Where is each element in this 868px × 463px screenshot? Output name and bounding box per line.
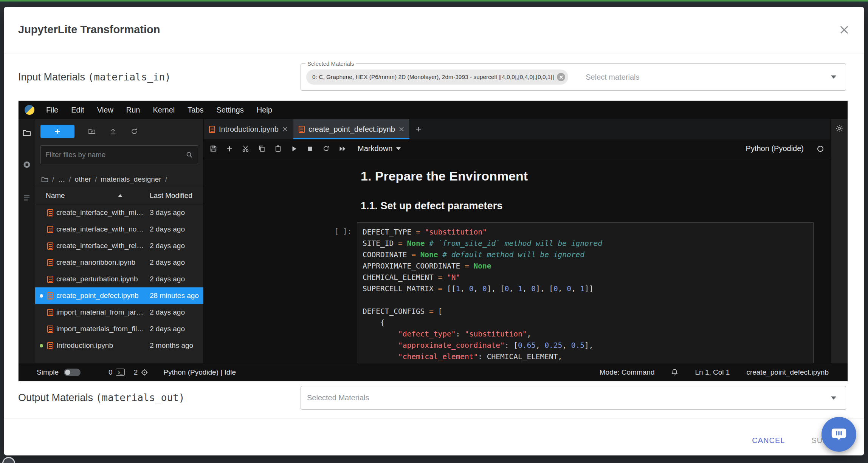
table-of-contents-tab-icon[interactable] [23,194,31,202]
running-indicator [38,294,44,298]
menu-tabs[interactable]: Tabs [181,101,210,119]
terminal-count[interactable]: 0 [108,368,113,377]
input-materials-label-text: Input Materials [18,71,88,83]
running-kernels-tab-icon[interactable] [23,161,31,169]
file-row[interactable]: create_nanoribbon.ipynb 2 days ago [35,254,203,271]
running-indicator [38,344,44,347]
simple-mode-label: Simple [37,368,59,377]
run-cell-button[interactable] [291,145,298,152]
file-row[interactable]: create_interface_with_no_str... 2 days a… [35,221,203,238]
copy-cell-button[interactable] [258,145,265,152]
notebook-tab-icon [299,126,305,133]
chat-bubble-icon [830,426,848,443]
output-materials-label-code: (materials_out) [96,392,185,403]
notebook-content[interactable]: 1. Prepare the Environment 1.1. Set up d… [204,158,830,363]
menu-kernel[interactable]: Kernel [146,101,181,119]
new-folder-button[interactable] [88,128,96,135]
tab-create-point-defect[interactable]: create_point_defect.ipynb [293,119,410,139]
bell-icon[interactable] [671,369,678,376]
close-button[interactable] [835,21,853,39]
run-all-button[interactable] [339,145,346,152]
breadcrumb-item[interactable]: materials_designer [101,175,161,184]
file-list: create_interface_with_min_st... 3 days a… [35,204,203,363]
menu-help[interactable]: Help [250,101,279,119]
file-row[interactable]: create_perturbation.ipynb 2 days ago [35,271,203,287]
kernel-count[interactable]: 2 [134,368,138,377]
interrupt-kernel-button[interactable] [307,145,313,152]
restart-kernel-button[interactable] [322,145,330,152]
refresh-button[interactable] [130,128,138,135]
file-modified: 2 days ago [150,275,200,283]
save-button[interactable] [210,145,217,152]
search-icon [186,151,193,159]
input-materials-field[interactable]: Selected Materials 0: C, Graphene, HEX (… [301,63,846,91]
menu-edit[interactable]: Edit [65,101,90,119]
tab-close-icon[interactable] [399,127,404,132]
jupyter-menubar: FileEditViewRunKernelTabsSettingsHelp [19,101,848,119]
file-modified: 2 months ago [150,341,200,350]
column-header-name[interactable]: Name [46,191,150,200]
file-row[interactable]: import_material_from_jarvis_... 2 days a… [35,304,203,321]
chevron-down-icon [830,396,837,400]
kernel-name[interactable]: Python (Pyodide) [746,144,804,153]
insert-cell-button[interactable] [226,145,233,152]
cell-type-select[interactable]: Markdown [358,144,401,153]
material-chip-label: 0: C, Graphene, HEX (P6/mmm) 2D (Monolay… [312,74,554,80]
property-inspector-gear-icon[interactable] [835,124,843,133]
code-cell-editor[interactable]: DEFECT_TYPE = "substitution"SITE_ID = No… [357,222,814,363]
menu-view[interactable]: View [91,101,120,119]
filter-files-input[interactable] [45,151,186,159]
menu-run[interactable]: Run [120,101,147,119]
file-browser-tab-icon[interactable] [23,129,31,137]
breadcrumb-separator: / [52,175,54,184]
file-row[interactable]: create_interface_with_relaxati... 2 days… [35,238,203,254]
simple-mode-toggle[interactable] [64,369,81,376]
breadcrumb-item[interactable]: other [75,175,91,184]
run-icon [291,145,298,152]
file-modified: 2 days ago [150,325,200,333]
home-folder-icon[interactable] [41,176,48,183]
tab-close-icon[interactable] [282,127,288,132]
menu-settings[interactable]: Settings [210,101,250,119]
file-name: create_point_defect.ipynb [56,292,147,300]
cursor-position-label[interactable]: Ln 1, Col 1 [695,368,730,377]
kernel-status-icon[interactable] [817,146,823,152]
chat-launcher-button[interactable] [822,417,856,452]
cancel-button[interactable]: CANCEL [752,436,785,445]
jupyter-menu: FileEditViewRunKernelTabsSettingsHelp [40,101,279,119]
upload-button[interactable] [109,128,117,135]
cut-cell-button[interactable] [242,145,249,152]
new-tab-button[interactable] [410,119,427,139]
notebook-file-icon [47,292,53,299]
chip-remove-button[interactable] [557,73,565,81]
fast-forward-icon [339,145,346,152]
file-row[interactable]: create_point_defect.ipynb 28 minutes ago [35,287,203,304]
file-row[interactable]: import_materials_from_files.i... 2 days … [35,321,203,337]
material-chip[interactable]: 0: C, Graphene, HEX (P6/mmm) 2D (Monolay… [306,69,568,85]
save-icon [210,145,217,152]
breadcrumb-separator: / [95,175,97,184]
breadcrumb-separator: / [165,175,167,184]
notebook-heading-1: 1. Prepare the Environment [361,169,830,184]
chevron-down-icon[interactable] [830,75,837,79]
page-partial-icon [2,457,15,463]
tab-introduction[interactable]: Introduction.ipynb [204,119,293,139]
column-header-modified[interactable]: Last Modified [150,191,200,200]
file-list-header: Name Last Modified [35,187,203,204]
notebook-file-icon [47,242,53,250]
menu-file[interactable]: File [40,101,65,119]
output-materials-label: Output Materials (materials_out) [18,386,184,410]
kernel-status-label[interactable]: Python (Pyodide) | Idle [163,368,236,377]
file-row[interactable]: Introduction.ipynb 2 months ago [35,337,203,354]
file-name: create_interface_with_relaxati... [56,242,147,250]
breadcrumb-item[interactable]: … [58,175,65,184]
file-modified: 2 days ago [150,308,200,316]
footer-divider [4,418,864,418]
output-materials-select[interactable]: Selected Materials [301,386,846,410]
new-launcher-button[interactable] [40,125,74,138]
statusbar-filename: create_point_defect.ipynb [746,368,829,377]
file-row[interactable]: create_interface_with_min_st... 3 days a… [35,204,203,221]
notebook-file-icon [47,342,53,349]
paste-cell-button[interactable] [274,145,282,152]
file-name: create_interface_with_min_st... [56,208,147,217]
